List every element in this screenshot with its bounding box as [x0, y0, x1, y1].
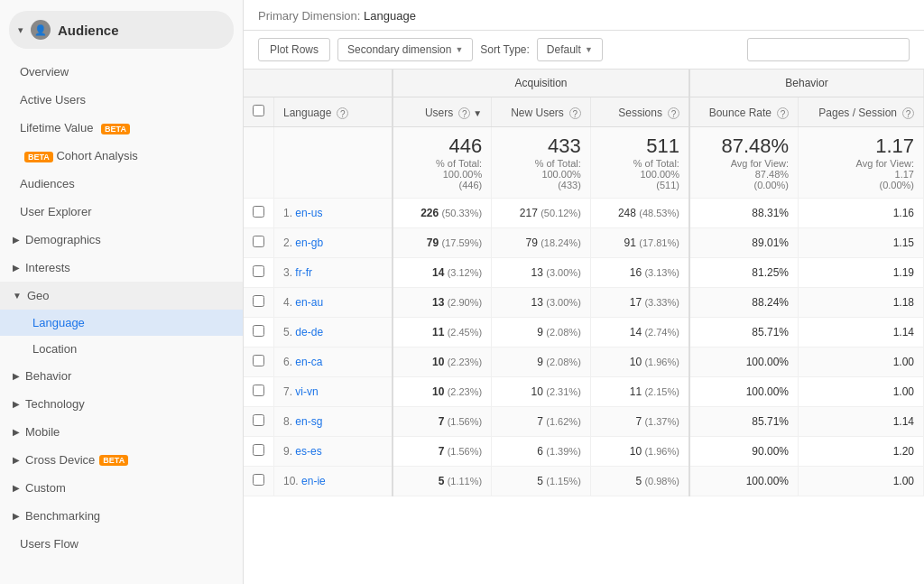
main-content: Primary Dimension: Language Plot Rows Se…: [244, 0, 924, 584]
sidebar-item-user-explorer[interactable]: User Explorer: [0, 198, 243, 226]
sidebar-item-behavior[interactable]: ▶ Behavior: [0, 362, 243, 390]
plot-rows-button[interactable]: Plot Rows: [258, 38, 330, 61]
language-link[interactable]: de-de: [295, 326, 323, 338]
sidebar-header[interactable]: ▾ 👤 Audience: [9, 11, 234, 49]
sidebar-item-technology[interactable]: ▶ Technology: [0, 390, 243, 418]
sidebar-item-label: Overview: [20, 65, 69, 79]
row-pages-session-cell: 1.19: [799, 258, 924, 288]
sidebar-item-active-users[interactable]: Active Users: [0, 86, 243, 114]
row-pages-session-cell: 1.00: [799, 348, 924, 377]
row-bounce-rate-cell: 89.01%: [689, 228, 799, 258]
sidebar-item-mobile[interactable]: ▶ Mobile: [0, 418, 243, 446]
summary-row: 446 % of Total: 100.00% (446) 433 % of T…: [244, 127, 924, 199]
sidebar-item-benchmarking[interactable]: ▶ Benchmarking: [0, 502, 243, 530]
row-language-cell: 9. es-es: [274, 437, 393, 467]
language-column-header[interactable]: Language ?: [274, 97, 393, 127]
row-pages-session-value: 1.15: [893, 236, 914, 249]
row-checkbox[interactable]: [253, 444, 264, 456]
table-row: 7. vi-vn 10 (2.23%) 10 (2.31%) 11 (2.15%…: [244, 377, 924, 407]
row-checkbox[interactable]: [253, 295, 264, 307]
summary-bounce-rate-avg-label: Avg for View:: [699, 158, 789, 169]
users-column-header[interactable]: Users ? ▼: [393, 97, 492, 127]
row-pages-session-value: 1.19: [893, 266, 914, 279]
table-row: 5. de-de 11 (2.45%) 9 (2.08%) 14 (2.74%)…: [244, 318, 924, 348]
language-link[interactable]: en-gb: [295, 236, 323, 249]
summary-users-pct-label: % of Total:: [402, 158, 482, 169]
language-help-icon[interactable]: ?: [337, 107, 348, 119]
language-link[interactable]: fr-fr: [295, 266, 312, 279]
row-users-value: 10: [432, 356, 444, 368]
sidebar-item-users-flow[interactable]: Users Flow: [0, 530, 243, 558]
sidebar-item-overview[interactable]: Overview: [0, 58, 243, 86]
language-link[interactable]: en-sg: [295, 415, 322, 428]
row-checkbox-cell: [244, 258, 274, 288]
row-bounce-rate-value: 88.31%: [752, 207, 789, 219]
bounce-rate-column-header[interactable]: Bounce Rate ?: [689, 97, 799, 127]
secondary-dimension-label: Secondary dimension: [347, 43, 451, 56]
language-link[interactable]: en-ie: [301, 475, 326, 487]
row-checkbox[interactable]: [253, 236, 264, 247]
row-users-value: 13: [432, 296, 444, 309]
sort-type-value: Default: [547, 43, 581, 56]
sessions-help-icon[interactable]: ?: [668, 107, 679, 119]
summary-new-users-value: 433: [501, 134, 581, 158]
row-bounce-rate-cell: 100.00%: [689, 348, 799, 377]
row-checkbox[interactable]: [253, 265, 264, 277]
row-users-cell: 13 (2.90%): [393, 288, 492, 318]
row-checkbox-cell: [244, 228, 274, 258]
row-pages-session-cell: 1.00: [799, 377, 924, 407]
select-all-checkbox[interactable]: [253, 105, 264, 116]
language-link[interactable]: en-us: [295, 207, 322, 219]
new-users-help-icon[interactable]: ?: [569, 107, 581, 119]
users-help-icon[interactable]: ?: [458, 107, 470, 119]
row-checkbox[interactable]: [253, 385, 264, 396]
sidebar-item-label: Interests: [25, 261, 70, 274]
sidebar-item-audiences[interactable]: Audiences: [0, 170, 243, 198]
sidebar-item-label: Location: [32, 342, 77, 356]
sidebar-item-location[interactable]: Location: [0, 336, 243, 362]
table-row: 3. fr-fr 14 (3.12%) 13 (3.00%) 16 (3.13%…: [244, 258, 924, 288]
sidebar-item-custom[interactable]: ▶ Custom: [0, 474, 243, 502]
search-input[interactable]: [747, 38, 910, 61]
language-link[interactable]: es-es: [295, 445, 321, 458]
row-pages-session-cell: 1.18: [799, 288, 924, 318]
row-language-cell: 5. de-de: [274, 318, 393, 348]
row-pages-session-cell: 1.15: [799, 228, 924, 258]
row-bounce-rate-value: 85.71%: [752, 326, 789, 338]
row-checkbox[interactable]: [253, 474, 264, 486]
row-new-users-pct: (3.00%): [546, 267, 581, 278]
language-link[interactable]: vi-vn: [295, 385, 318, 398]
users-header-label: Users: [425, 107, 453, 119]
row-users-cell: 14 (3.12%): [393, 258, 492, 288]
row-checkbox[interactable]: [253, 414, 264, 426]
row-new-users-cell: 79 (18.24%): [492, 228, 591, 258]
sidebar-item-demographics[interactable]: ▶ Demographics: [0, 226, 243, 254]
row-checkbox-cell: [244, 407, 274, 437]
pages-session-help-icon[interactable]: ?: [902, 107, 914, 119]
sidebar-item-cross-device[interactable]: ▶ Cross Device BETA: [0, 446, 243, 474]
sidebar-item-language[interactable]: Language: [0, 310, 243, 336]
row-language-cell: 1. en-us: [274, 199, 393, 228]
row-users-cell: 10 (2.23%): [393, 348, 492, 377]
bounce-rate-help-icon[interactable]: ?: [777, 107, 789, 119]
row-checkbox[interactable]: [253, 206, 264, 218]
sessions-column-header[interactable]: Sessions ?: [590, 97, 689, 127]
data-table: Acquisition Behavior Language ? Users: [244, 70, 924, 496]
sidebar-item-lifetime-value[interactable]: Lifetime Value BETA: [0, 114, 243, 142]
secondary-dimension-select[interactable]: Secondary dimension ▼: [337, 38, 473, 61]
sidebar-item-cohort-analysis[interactable]: BETA Cohort Analysis: [0, 142, 243, 170]
new-users-column-header[interactable]: New Users ?: [492, 97, 591, 127]
row-checkbox[interactable]: [253, 355, 264, 366]
row-checkbox[interactable]: [253, 325, 264, 337]
sidebar-item-geo[interactable]: ▼ Geo: [0, 282, 243, 310]
pages-session-column-header[interactable]: Pages / Session ?: [799, 97, 924, 127]
language-link[interactable]: en-ca: [295, 356, 322, 368]
sort-type-select[interactable]: Default ▼: [537, 38, 603, 61]
row-users-value: 7: [439, 445, 445, 458]
language-link[interactable]: en-au: [295, 296, 323, 309]
primary-dimension-value: Language: [364, 9, 416, 23]
table-row: 9. es-es 7 (1.56%) 6 (1.39%) 10 (1.96%) …: [244, 437, 924, 467]
row-pages-session-value: 1.00: [893, 356, 914, 368]
row-users-cell: 79 (17.59%): [393, 228, 492, 258]
sidebar-item-interests[interactable]: ▶ Interests: [0, 254, 243, 282]
